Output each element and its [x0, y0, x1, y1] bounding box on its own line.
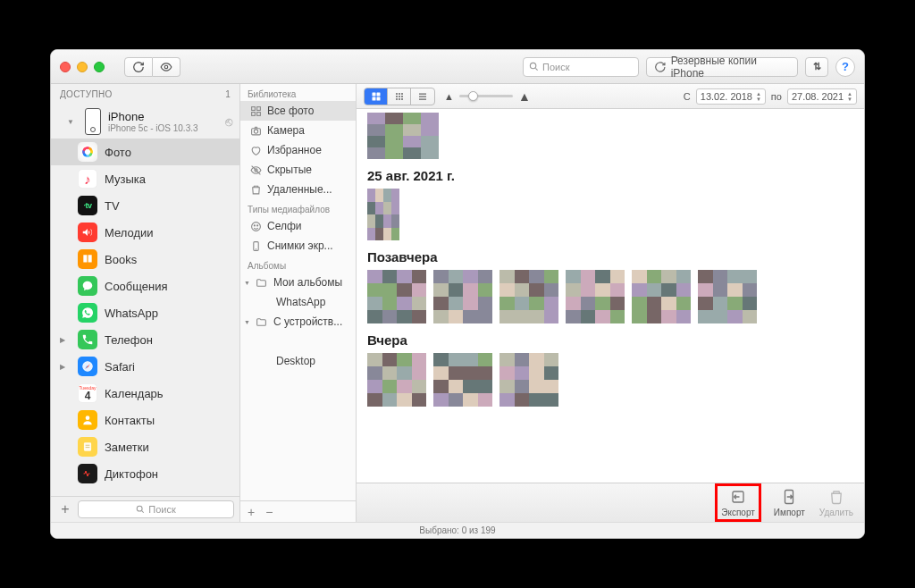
- list-view-button[interactable]: [411, 88, 434, 105]
- svg-point-46: [401, 98, 403, 100]
- phone-icon: [78, 330, 97, 349]
- photo-thumb[interactable]: [433, 270, 492, 323]
- photo-thumb[interactable]: [632, 270, 691, 323]
- sidebar-item-label: Заметки: [105, 441, 149, 454]
- sidebar-item-ring[interactable]: Мелодии: [51, 219, 239, 246]
- sidebar-item-cal[interactable]: Tuesday4Календарь: [51, 380, 239, 407]
- chevron-right-icon[interactable]: ▶: [60, 363, 71, 371]
- sidebar-item-music[interactable]: ♪Музыка: [51, 165, 239, 192]
- add-button[interactable]: +: [56, 500, 74, 518]
- sidebar-item-safari[interactable]: ▶Safari: [51, 353, 239, 380]
- photo-thumb[interactable]: [367, 353, 426, 407]
- toolbar-search-placeholder: Поиск: [542, 62, 569, 72]
- import-icon: [779, 488, 799, 506]
- person-large-icon: ▲: [518, 89, 531, 104]
- photo-thumb[interactable]: [367, 113, 439, 159]
- sidebar-item-wa[interactable]: WhatsApp: [51, 299, 239, 326]
- import-button[interactable]: Импорт: [774, 488, 805, 517]
- svg-rect-20: [256, 106, 260, 110]
- sidebar-search[interactable]: Поиск: [78, 500, 234, 518]
- photo-thumb[interactable]: [499, 270, 558, 323]
- delete-button[interactable]: Удалить: [819, 488, 853, 517]
- sidebar-item-books[interactable]: Books: [51, 246, 239, 273]
- svg-point-2: [86, 150, 90, 155]
- photo-thumb[interactable]: [367, 270, 426, 323]
- library-item[interactable]: ▼Мои альбомы: [240, 273, 356, 292]
- chevron-down-icon[interactable]: ▼: [244, 319, 250, 325]
- voice-icon: [78, 464, 97, 483]
- library-item[interactable]: WhatsApp: [240, 292, 356, 312]
- sidebar-item-voice[interactable]: Диктофон: [51, 460, 239, 487]
- svg-point-41: [396, 96, 398, 97]
- library-item[interactable]: ▼С устройств...: [240, 312, 356, 332]
- photo-gallery[interactable]: 25 авг. 2021 г.ПозавчераВчера: [357, 109, 864, 483]
- device-icon: [249, 240, 262, 252]
- photo-thumb[interactable]: [566, 270, 625, 323]
- refresh-button[interactable]: [124, 57, 153, 77]
- library-item[interactable]: Скрытые: [240, 160, 356, 180]
- library-item[interactable]: Камера: [240, 121, 356, 140]
- sidebar-item-photos[interactable]: Фото: [51, 139, 239, 165]
- sidebar-item-label: Диктофон: [105, 467, 158, 481]
- library-item[interactable]: Удаленные...: [240, 180, 356, 199]
- chevron-right-icon[interactable]: ▶: [60, 336, 71, 344]
- help-button[interactable]: ?: [835, 57, 855, 77]
- photo-thumb[interactable]: [367, 189, 399, 240]
- library-item-label: С устройств...: [273, 315, 342, 328]
- date-from-field[interactable]: 13.02. 2018 ▲▼: [696, 88, 766, 105]
- transfer-button[interactable]: ⇅: [805, 57, 828, 77]
- toolbar-search[interactable]: Поиск: [523, 57, 639, 77]
- device-row[interactable]: ▼ iPhone iPhone 5c - iOS 10.3.3 ⎋: [51, 105, 239, 139]
- svg-point-14: [86, 416, 90, 420]
- mid-footer: + −: [240, 500, 356, 522]
- quicklook-button[interactable]: [153, 57, 180, 77]
- chevron-down-icon[interactable]: ▼: [67, 118, 78, 126]
- minimize-icon[interactable]: [77, 62, 88, 72]
- fullscreen-icon[interactable]: [94, 62, 105, 72]
- gallery-section-title: Вчера: [367, 332, 853, 348]
- grid-view-button[interactable]: [365, 88, 388, 105]
- library-item[interactable]: Избранное: [240, 140, 356, 160]
- photo-thumb[interactable]: [499, 353, 558, 407]
- close-icon[interactable]: [60, 62, 71, 72]
- export-icon: [728, 488, 748, 506]
- traffic-lights: [60, 62, 105, 72]
- svg-point-27: [251, 222, 260, 231]
- svg-point-29: [256, 224, 257, 225]
- date-to-field[interactable]: 27.08. 2021 ▲▼: [787, 88, 857, 105]
- bottom-toolbar: Экспорт Импорт Удалить: [357, 483, 864, 522]
- library-item[interactable]: Снимки экр...: [240, 236, 356, 256]
- photo-thumb[interactable]: [433, 353, 492, 407]
- music-icon: ♪: [78, 169, 97, 189]
- export-button[interactable]: Экспорт: [715, 483, 761, 522]
- thumbnail-size-slider[interactable]: ▲ ▲: [444, 89, 531, 104]
- library-sidebar: БиблиотекаВсе фотоКамераИзбранноеСкрытые…: [240, 84, 357, 522]
- chevron-down-icon[interactable]: ▼: [244, 280, 250, 286]
- svg-rect-36: [372, 97, 375, 100]
- svg-point-44: [396, 98, 398, 100]
- sidebar-item-phone[interactable]: ▶Телефон: [51, 326, 239, 353]
- svg-point-38: [396, 93, 398, 95]
- library-item[interactable]: Все фото: [240, 101, 356, 121]
- device-sub: iPhone 5c - iOS 10.3.3: [108, 123, 198, 133]
- remove-album-button[interactable]: −: [265, 505, 273, 519]
- library-item[interactable]: [240, 332, 356, 351]
- safari-icon: [78, 357, 97, 376]
- sidebar-item-label: Сообщения: [105, 280, 168, 293]
- svg-point-18: [138, 506, 143, 511]
- sidebar-item-label: Контакты: [105, 414, 155, 427]
- backups-button[interactable]: Резервные копии iPhone: [646, 57, 798, 77]
- sidebar-item-label: Музыка: [105, 172, 146, 186]
- svg-rect-34: [372, 92, 375, 96]
- sidebar-item-tv[interactable]: ∙tvTV: [51, 192, 239, 219]
- sidebar-item-notes[interactable]: Заметки: [51, 433, 239, 460]
- small-grid-button[interactable]: [388, 88, 411, 105]
- sidebar-item-msg[interactable]: Сообщения: [51, 273, 239, 299]
- photo-thumb[interactable]: [698, 270, 757, 323]
- library-item[interactable]: Desktop: [240, 351, 356, 371]
- sidebar-item-contacts[interactable]: Контакты: [51, 407, 239, 433]
- add-album-button[interactable]: +: [248, 505, 255, 519]
- content-area: ▲ ▲ С 13.02. 2018 ▲▼ по 27.08. 2021 ▲▼: [357, 84, 864, 522]
- library-item[interactable]: Селфи: [240, 216, 356, 236]
- svg-rect-22: [256, 112, 260, 115]
